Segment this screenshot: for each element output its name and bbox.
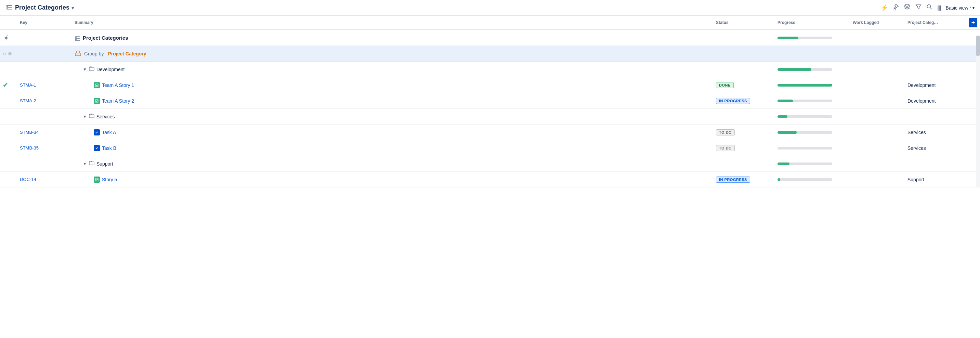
svc-progress-fill bbox=[778, 115, 788, 118]
pin-icon[interactable] bbox=[893, 4, 899, 12]
stma1-status: DONE bbox=[713, 82, 775, 88]
basic-view-dropdown[interactable]: Basic view* ▾ bbox=[946, 5, 975, 11]
density-icon[interactable]: ||| bbox=[937, 5, 941, 11]
root-progress bbox=[775, 37, 850, 39]
stma2-key-link[interactable]: STMA-2 bbox=[20, 98, 36, 103]
stma2-key[interactable]: STMA-2 bbox=[17, 98, 72, 103]
stma2-progress-bar bbox=[778, 100, 832, 102]
stma1-summary: Team A Story 1 bbox=[72, 82, 713, 88]
svc-summary: ▼ Services bbox=[72, 113, 713, 120]
filter-icon[interactable] bbox=[915, 4, 921, 12]
drag-handle[interactable]: ⠿ bbox=[3, 51, 6, 56]
svg-point-8 bbox=[8, 35, 8, 35]
stmb35-summary-link[interactable]: Task B bbox=[102, 145, 116, 151]
basic-view-chevron: ▾ bbox=[972, 5, 975, 10]
backlog-table: Key Summary Status Progress Work Logged … bbox=[0, 16, 980, 188]
stmb35-summary: Task B bbox=[72, 145, 713, 151]
status-badge: DONE bbox=[716, 82, 734, 88]
dev-folder-icon bbox=[89, 66, 94, 73]
dev-progress-bar bbox=[778, 68, 832, 71]
stmb35-key-link[interactable]: STMB-35 bbox=[20, 145, 39, 150]
app-header: Project Categories ▾ ⚡ ||| Basic view* ▾ bbox=[0, 0, 980, 16]
stma1-progress-bar bbox=[778, 84, 832, 86]
doc14-key[interactable]: DOC-14 bbox=[17, 177, 72, 182]
group-by-value: Project Category bbox=[108, 51, 146, 56]
stmb34-status: TO DO bbox=[713, 129, 775, 136]
stmb35-key[interactable]: STMB-35 bbox=[17, 145, 72, 150]
svg-rect-16 bbox=[76, 51, 80, 53]
col-worklogged-header: Work Logged bbox=[850, 18, 905, 27]
stma1-summary-link[interactable]: Team A Story 1 bbox=[102, 83, 134, 88]
add-column-button[interactable]: + bbox=[969, 18, 977, 27]
scrollbar-thumb[interactable] bbox=[976, 35, 980, 56]
page-title: Project Categories bbox=[15, 4, 70, 11]
svg-line-7 bbox=[930, 8, 932, 9]
layers-icon[interactable] bbox=[904, 3, 910, 12]
category-row-support: ▼ Support bbox=[0, 156, 980, 172]
doc14-progress-fill bbox=[778, 178, 780, 181]
basic-view-label: Basic view bbox=[946, 5, 968, 11]
sup-category-name: Support bbox=[97, 161, 113, 167]
col-status-header: Status bbox=[713, 18, 775, 27]
stmb34-summary-link[interactable]: Task A bbox=[102, 130, 116, 135]
sup-chevron[interactable]: ▼ bbox=[83, 161, 87, 166]
status-badge: IN PROGRESS bbox=[716, 98, 750, 104]
doc14-summary: Story 5 bbox=[72, 177, 713, 183]
dev-progress bbox=[775, 68, 850, 71]
group-by-label: Group by bbox=[84, 51, 105, 56]
stma1-progress-fill bbox=[778, 84, 832, 86]
stmb35-progress-bar bbox=[778, 147, 832, 150]
project-category-icon bbox=[75, 50, 81, 57]
stmb35-progress bbox=[775, 147, 850, 150]
dev-chevron[interactable]: ▼ bbox=[83, 67, 87, 72]
stma1-check: ✔ bbox=[0, 81, 17, 89]
root-title: Project Categories bbox=[83, 35, 128, 41]
table-row: STMA-2 Team A Story 2 IN PROGRESS Develo… bbox=[0, 93, 980, 109]
svc-folder-icon bbox=[89, 113, 94, 120]
task-icon bbox=[94, 129, 100, 136]
col-summary-header: Summary bbox=[72, 18, 713, 27]
col-add-header[interactable]: + bbox=[966, 18, 980, 27]
table-row: ✔ STMA-1 Team A Story 1 DONE Development bbox=[0, 77, 980, 93]
list-icon bbox=[5, 4, 13, 12]
group-by-row[interactable]: ⠿ Group by Project Category bbox=[0, 46, 980, 62]
stma1-key-link[interactable]: STMA-1 bbox=[20, 83, 36, 88]
stmb34-key-link[interactable]: STMB-34 bbox=[20, 130, 39, 135]
root-row: Project Categories bbox=[0, 30, 980, 46]
title-dropdown-arrow[interactable]: ▾ bbox=[72, 5, 74, 11]
story-icon bbox=[94, 177, 100, 183]
stma2-progress bbox=[775, 100, 850, 102]
stmb34-progress bbox=[775, 131, 850, 134]
groupby-dot bbox=[8, 52, 12, 56]
col-drag-header bbox=[0, 18, 17, 27]
stmb34-key[interactable]: STMB-34 bbox=[17, 130, 72, 135]
groupby-drag: ⠿ bbox=[0, 51, 17, 56]
sup-folder-icon bbox=[89, 161, 94, 167]
page-title-area: Project Categories ▾ bbox=[5, 4, 74, 12]
stma2-summary-link[interactable]: Team A Story 2 bbox=[102, 98, 134, 104]
doc14-progress bbox=[775, 178, 850, 181]
search-icon[interactable] bbox=[926, 4, 932, 12]
sparkle-icon bbox=[3, 35, 10, 41]
doc14-projectcat: Support bbox=[905, 177, 966, 182]
lightning-icon[interactable]: ⚡ bbox=[880, 4, 888, 12]
root-progress-fill bbox=[778, 37, 799, 39]
svc-progress bbox=[775, 115, 850, 118]
doc14-key-link[interactable]: DOC-14 bbox=[20, 177, 36, 182]
groupby-content: Group by Project Category bbox=[72, 50, 713, 57]
asterisk-label: * bbox=[970, 6, 971, 10]
scrollbar-track[interactable] bbox=[976, 35, 980, 188]
status-badge: IN PROGRESS bbox=[716, 177, 750, 183]
root-summary: Project Categories bbox=[72, 35, 713, 41]
stma1-key[interactable]: STMA-1 bbox=[17, 83, 72, 88]
category-row-services: ▼ Services bbox=[0, 109, 980, 124]
table-row: STMB-35 Task B TO DO Services bbox=[0, 140, 980, 156]
header-toolbar: ⚡ ||| Basic view* ▾ bbox=[880, 3, 975, 12]
list-summary-icon bbox=[75, 35, 81, 41]
doc14-summary-link[interactable]: Story 5 bbox=[102, 177, 117, 182]
stmb35-status: TO DO bbox=[713, 145, 775, 151]
stma2-status: IN PROGRESS bbox=[713, 98, 775, 104]
svc-category-name: Services bbox=[97, 114, 115, 120]
stma2-summary: Team A Story 2 bbox=[72, 98, 713, 104]
svc-chevron[interactable]: ▼ bbox=[83, 114, 87, 119]
